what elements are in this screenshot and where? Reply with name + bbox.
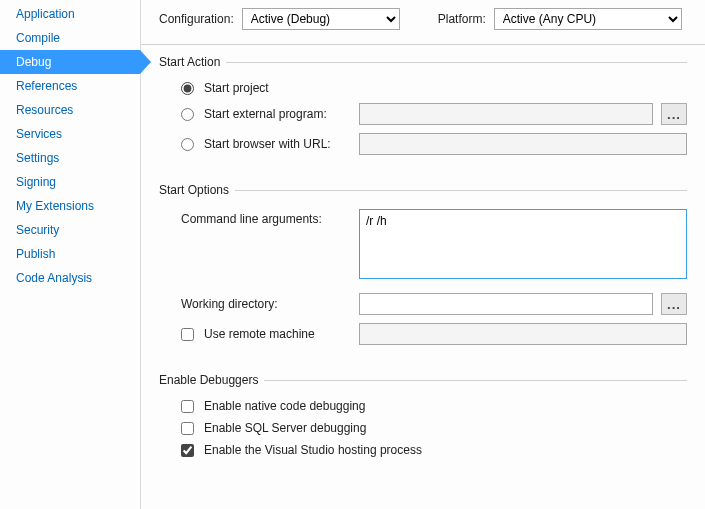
start-external-input[interactable] xyxy=(359,103,653,125)
start-external-browse-button[interactable]: ... xyxy=(661,103,687,125)
cmdline-textarea[interactable] xyxy=(359,209,687,279)
remote-machine-input[interactable] xyxy=(359,323,687,345)
cmdline-label: Command line arguments: xyxy=(181,212,322,226)
sidebar-item-services[interactable]: Services xyxy=(0,122,140,146)
sidebar-item-application[interactable]: Application xyxy=(0,2,140,26)
enable-debuggers-legend: Enable Debuggers xyxy=(159,373,258,387)
start-browser-input[interactable] xyxy=(359,133,687,155)
hosting-process-label: Enable the Visual Studio hosting process xyxy=(204,443,422,457)
sidebar-item-signing[interactable]: Signing xyxy=(0,170,140,194)
sidebar-item-compile[interactable]: Compile xyxy=(0,26,140,50)
sql-debug-checkbox[interactable] xyxy=(181,422,194,435)
start-action-group: Start Action Start project Start externa… xyxy=(159,55,687,159)
sidebar-item-label: Application xyxy=(16,7,75,21)
hosting-process-checkbox[interactable] xyxy=(181,444,194,457)
sidebar-item-label: Signing xyxy=(16,175,56,189)
start-project-radio[interactable] xyxy=(181,82,194,95)
start-browser-radio[interactable] xyxy=(181,138,194,151)
divider xyxy=(141,44,705,45)
sidebar-item-label: Services xyxy=(16,127,62,141)
sidebar-item-security[interactable]: Security xyxy=(0,218,140,242)
start-external-label: Start external program: xyxy=(204,107,327,121)
start-project-label: Start project xyxy=(204,81,269,95)
configuration-select[interactable]: Active (Debug) xyxy=(242,8,400,30)
sidebar-item-label: Code Analysis xyxy=(16,271,92,285)
sidebar-item-label: Compile xyxy=(16,31,60,45)
ellipsis-icon: ... xyxy=(667,107,681,122)
enable-debuggers-group: Enable Debuggers Enable native code debu… xyxy=(159,363,687,461)
ellipsis-icon: ... xyxy=(667,297,681,312)
main-panel: Configuration: Active (Debug) Platform: … xyxy=(140,0,705,509)
sidebar-item-resources[interactable]: Resources xyxy=(0,98,140,122)
sidebar-item-label: Debug xyxy=(16,55,51,69)
sidebar-item-label: References xyxy=(16,79,77,93)
remote-machine-checkbox[interactable] xyxy=(181,328,194,341)
platform-label: Platform: xyxy=(438,12,486,26)
start-options-legend: Start Options xyxy=(159,183,229,197)
start-options-group: Start Options Command line arguments: Wo… xyxy=(159,173,687,349)
sidebar-item-label: Security xyxy=(16,223,59,237)
sidebar-item-label: Settings xyxy=(16,151,59,165)
sidebar: Application Compile Debug References Res… xyxy=(0,0,140,509)
sidebar-item-label: My Extensions xyxy=(16,199,94,213)
start-action-legend: Start Action xyxy=(159,55,220,69)
platform-select[interactable]: Active (Any CPU) xyxy=(494,8,682,30)
workdir-browse-button[interactable]: ... xyxy=(661,293,687,315)
config-platform-row: Configuration: Active (Debug) Platform: … xyxy=(159,8,687,30)
start-external-radio[interactable] xyxy=(181,108,194,121)
native-debug-label: Enable native code debugging xyxy=(204,399,365,413)
configuration-label: Configuration: xyxy=(159,12,234,26)
sidebar-item-code-analysis[interactable]: Code Analysis xyxy=(0,266,140,290)
sidebar-item-label: Resources xyxy=(16,103,73,117)
start-browser-label: Start browser with URL: xyxy=(204,137,331,151)
sidebar-item-my-extensions[interactable]: My Extensions xyxy=(0,194,140,218)
workdir-input[interactable] xyxy=(359,293,653,315)
sql-debug-label: Enable SQL Server debugging xyxy=(204,421,366,435)
workdir-label: Working directory: xyxy=(181,297,277,311)
sidebar-item-references[interactable]: References xyxy=(0,74,140,98)
sidebar-item-settings[interactable]: Settings xyxy=(0,146,140,170)
sidebar-item-publish[interactable]: Publish xyxy=(0,242,140,266)
sidebar-item-debug[interactable]: Debug xyxy=(0,50,140,74)
sidebar-item-label: Publish xyxy=(16,247,55,261)
remote-machine-label: Use remote machine xyxy=(204,327,315,341)
native-debug-checkbox[interactable] xyxy=(181,400,194,413)
